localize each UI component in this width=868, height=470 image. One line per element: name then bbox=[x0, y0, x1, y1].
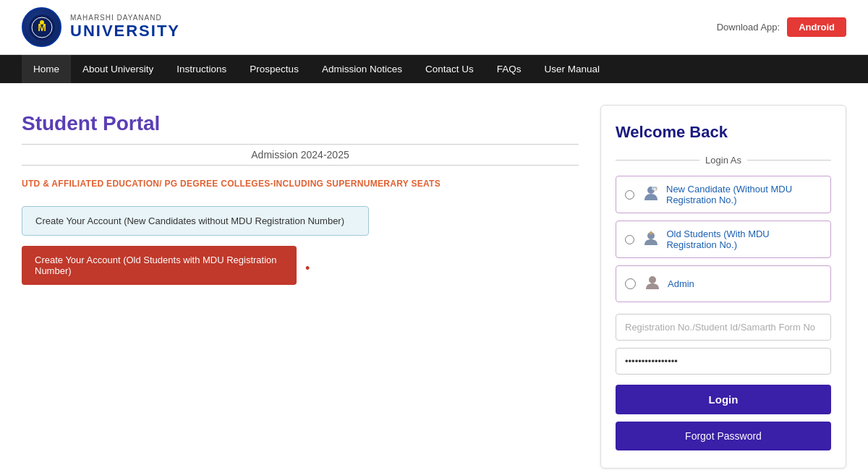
login-option-old-student[interactable]: Old Students (With MDU Registration No.) bbox=[616, 221, 831, 258]
new-candidate-icon: 📋 bbox=[642, 184, 660, 205]
login-option-new-candidate[interactable]: 📋 New Candidate (Without MDU Registratio… bbox=[616, 176, 831, 213]
logo-text: MAHARSHI DAYANAND UNIVERSITY bbox=[70, 14, 180, 40]
nav-item-contact[interactable]: Contact Us bbox=[414, 55, 485, 83]
utd-text: UTD & AFFILIATED EDUCATION/ PG DEGREE CO… bbox=[22, 179, 579, 189]
login-as-label: Login As bbox=[705, 155, 741, 166]
navbar: Home About University Instructions Prosp… bbox=[0, 55, 868, 83]
header: M MAHARSHI DAYANAND UNIVERSITY Download … bbox=[0, 0, 868, 55]
radio-old-student[interactable] bbox=[625, 234, 634, 245]
nav-item-instructions[interactable]: Instructions bbox=[165, 55, 238, 83]
new-candidate-label: 📋 New Candidate (Without MDU Registratio… bbox=[642, 184, 822, 205]
nav-item-admission-notices[interactable]: Admission Notices bbox=[310, 55, 414, 83]
create-account-old-button[interactable]: Create Your Account (Old Students with M… bbox=[22, 246, 297, 285]
android-button[interactable]: Android bbox=[787, 17, 846, 37]
nav-item-faqs[interactable]: FAQs bbox=[485, 55, 533, 83]
create-account-new-button[interactable]: Create Your Account (New Candidates with… bbox=[22, 206, 369, 236]
admission-year: Admission 2024-2025 bbox=[22, 144, 579, 166]
download-label: Download App: bbox=[717, 22, 780, 33]
password-input[interactable] bbox=[616, 348, 831, 375]
svg-point-9 bbox=[649, 276, 656, 283]
logo-big-text: UNIVERSITY bbox=[70, 22, 180, 40]
welcome-title: Welcome Back bbox=[616, 123, 831, 142]
bullet-indicator: • bbox=[305, 261, 310, 276]
university-logo-icon: M bbox=[22, 7, 61, 47]
nav-item-home[interactable]: Home bbox=[22, 55, 71, 83]
login-button[interactable]: Login bbox=[616, 385, 831, 414]
nav-item-prospectus[interactable]: Prospectus bbox=[238, 55, 310, 83]
admin-icon bbox=[643, 273, 662, 294]
logo-area: M MAHARSHI DAYANAND UNIVERSITY bbox=[22, 7, 180, 47]
radio-admin[interactable] bbox=[625, 278, 636, 289]
login-panel: Welcome Back Login As 📋 New Candidate (W… bbox=[600, 105, 846, 469]
nav-item-user-manual[interactable]: User Manual bbox=[532, 55, 611, 83]
svg-text:📋: 📋 bbox=[652, 187, 658, 192]
old-student-label: Old Students (With MDU Registration No.) bbox=[642, 228, 822, 250]
admin-label: Admin bbox=[643, 273, 694, 294]
radio-new-candidate[interactable] bbox=[625, 189, 634, 200]
svg-point-3 bbox=[40, 20, 44, 25]
login-form: Login Forgot Password bbox=[616, 314, 831, 450]
logo-small-text: MAHARSHI DAYANAND bbox=[70, 14, 180, 22]
page-title: Student Portal bbox=[22, 112, 579, 135]
nav-item-about[interactable]: About University bbox=[71, 55, 165, 83]
login-option-admin[interactable]: Admin bbox=[616, 265, 831, 302]
nav-list: Home About University Instructions Prosp… bbox=[22, 55, 846, 83]
divider-line-right bbox=[747, 160, 831, 161]
registration-input[interactable] bbox=[616, 314, 831, 341]
forgot-password-button[interactable]: Forgot Password bbox=[616, 422, 831, 450]
divider-line-left bbox=[616, 160, 699, 161]
old-student-icon bbox=[642, 229, 660, 250]
download-area: Download App: Android bbox=[717, 17, 846, 37]
left-panel: Student Portal Admission 2024-2025 UTD &… bbox=[22, 105, 579, 469]
main-content: Student Portal Admission 2024-2025 UTD &… bbox=[0, 83, 868, 470]
login-as-divider: Login As bbox=[616, 155, 831, 166]
